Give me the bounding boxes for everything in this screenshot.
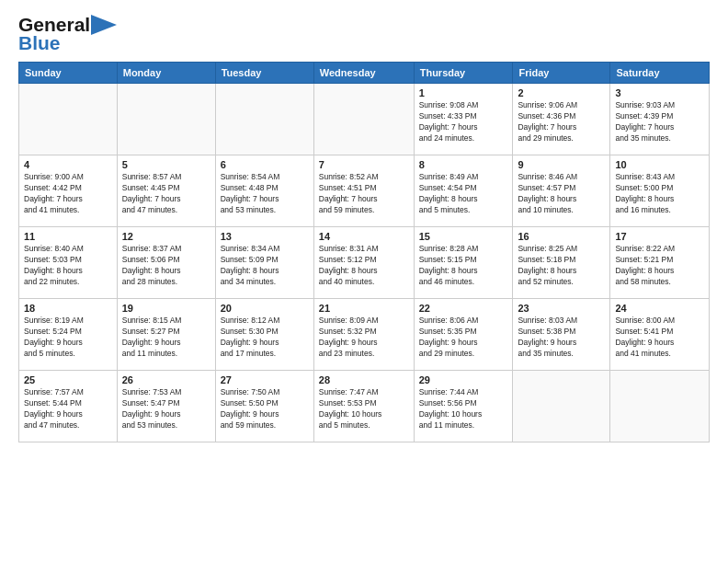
page-header: General Blue bbox=[18, 14, 710, 54]
calendar-cell bbox=[19, 84, 118, 155]
day-number: 19 bbox=[122, 303, 210, 314]
calendar-cell: 12Sunrise: 8:37 AM Sunset: 5:06 PM Dayli… bbox=[117, 227, 215, 299]
calendar-cell bbox=[513, 371, 610, 442]
svg-marker-0 bbox=[91, 15, 117, 35]
day-info: Sunrise: 9:06 AM Sunset: 4:36 PM Dayligh… bbox=[518, 100, 605, 144]
day-number: 16 bbox=[518, 231, 605, 242]
calendar-cell: 24Sunrise: 8:00 AM Sunset: 5:41 PM Dayli… bbox=[610, 299, 710, 371]
day-info: Sunrise: 8:19 AM Sunset: 5:24 PM Dayligh… bbox=[24, 316, 112, 360]
day-info: Sunrise: 8:46 AM Sunset: 4:57 PM Dayligh… bbox=[518, 172, 605, 216]
day-number: 12 bbox=[122, 231, 210, 242]
calendar-week-3: 11Sunrise: 8:40 AM Sunset: 5:03 PM Dayli… bbox=[19, 227, 710, 299]
calendar-week-5: 25Sunrise: 7:57 AM Sunset: 5:44 PM Dayli… bbox=[19, 371, 710, 442]
day-info: Sunrise: 7:47 AM Sunset: 5:53 PM Dayligh… bbox=[319, 387, 409, 431]
day-number: 1 bbox=[419, 87, 508, 98]
calendar-cell: 28Sunrise: 7:47 AM Sunset: 5:53 PM Dayli… bbox=[313, 371, 414, 442]
day-info: Sunrise: 8:49 AM Sunset: 4:54 PM Dayligh… bbox=[419, 172, 508, 216]
day-info: Sunrise: 9:08 AM Sunset: 4:33 PM Dayligh… bbox=[419, 100, 508, 144]
calendar-cell: 26Sunrise: 7:53 AM Sunset: 5:47 PM Dayli… bbox=[117, 371, 215, 442]
day-number: 27 bbox=[221, 374, 309, 385]
calendar-cell: 18Sunrise: 8:19 AM Sunset: 5:24 PM Dayli… bbox=[19, 299, 118, 371]
day-info: Sunrise: 8:34 AM Sunset: 5:09 PM Dayligh… bbox=[221, 244, 309, 288]
day-info: Sunrise: 9:00 AM Sunset: 4:42 PM Dayligh… bbox=[24, 172, 112, 216]
day-info: Sunrise: 8:43 AM Sunset: 5:00 PM Dayligh… bbox=[615, 172, 704, 216]
calendar-cell bbox=[117, 84, 215, 155]
calendar-week-1: 1Sunrise: 9:08 AM Sunset: 4:33 PM Daylig… bbox=[19, 84, 710, 155]
day-number: 3 bbox=[615, 87, 704, 98]
day-number: 24 bbox=[615, 303, 704, 314]
calendar-cell: 7Sunrise: 8:52 AM Sunset: 4:51 PM Daylig… bbox=[313, 155, 414, 227]
day-number: 14 bbox=[319, 231, 409, 242]
calendar-cell: 1Sunrise: 9:08 AM Sunset: 4:33 PM Daylig… bbox=[414, 84, 513, 155]
day-info: Sunrise: 8:54 AM Sunset: 4:48 PM Dayligh… bbox=[221, 172, 309, 216]
col-header-tuesday: Tuesday bbox=[215, 63, 313, 84]
calendar-cell: 6Sunrise: 8:54 AM Sunset: 4:48 PM Daylig… bbox=[215, 155, 313, 227]
calendar-cell: 15Sunrise: 8:28 AM Sunset: 5:15 PM Dayli… bbox=[414, 227, 513, 299]
calendar-cell: 14Sunrise: 8:31 AM Sunset: 5:12 PM Dayli… bbox=[313, 227, 414, 299]
day-number: 7 bbox=[319, 159, 409, 170]
day-number: 2 bbox=[518, 87, 605, 98]
col-header-friday: Friday bbox=[513, 63, 610, 84]
calendar-cell: 8Sunrise: 8:49 AM Sunset: 4:54 PM Daylig… bbox=[414, 155, 513, 227]
day-number: 9 bbox=[518, 159, 605, 170]
day-number: 28 bbox=[319, 374, 409, 385]
day-number: 5 bbox=[122, 159, 210, 170]
calendar-week-4: 18Sunrise: 8:19 AM Sunset: 5:24 PM Dayli… bbox=[19, 299, 710, 371]
calendar-cell bbox=[610, 371, 710, 442]
day-info: Sunrise: 8:03 AM Sunset: 5:38 PM Dayligh… bbox=[518, 316, 605, 360]
day-info: Sunrise: 7:53 AM Sunset: 5:47 PM Dayligh… bbox=[122, 387, 210, 431]
calendar-cell: 4Sunrise: 9:00 AM Sunset: 4:42 PM Daylig… bbox=[19, 155, 118, 227]
calendar-cell: 11Sunrise: 8:40 AM Sunset: 5:03 PM Dayli… bbox=[19, 227, 118, 299]
day-number: 10 bbox=[615, 159, 704, 170]
day-number: 25 bbox=[24, 374, 112, 385]
day-info: Sunrise: 8:22 AM Sunset: 5:21 PM Dayligh… bbox=[615, 244, 704, 288]
day-info: Sunrise: 8:40 AM Sunset: 5:03 PM Dayligh… bbox=[24, 244, 112, 288]
col-header-wednesday: Wednesday bbox=[313, 63, 414, 84]
day-number: 21 bbox=[319, 303, 409, 314]
day-number: 26 bbox=[122, 374, 210, 385]
day-info: Sunrise: 7:57 AM Sunset: 5:44 PM Dayligh… bbox=[24, 387, 112, 431]
calendar-week-2: 4Sunrise: 9:00 AM Sunset: 4:42 PM Daylig… bbox=[19, 155, 710, 227]
day-info: Sunrise: 8:31 AM Sunset: 5:12 PM Dayligh… bbox=[319, 244, 409, 288]
logo-blue: Blue bbox=[18, 32, 61, 54]
calendar-cell: 17Sunrise: 8:22 AM Sunset: 5:21 PM Dayli… bbox=[610, 227, 710, 299]
day-info: Sunrise: 8:00 AM Sunset: 5:41 PM Dayligh… bbox=[615, 316, 704, 360]
day-info: Sunrise: 7:44 AM Sunset: 5:56 PM Dayligh… bbox=[419, 387, 508, 431]
calendar-cell: 20Sunrise: 8:12 AM Sunset: 5:30 PM Dayli… bbox=[215, 299, 313, 371]
day-number: 18 bbox=[24, 303, 112, 314]
col-header-monday: Monday bbox=[117, 63, 215, 84]
calendar-cell: 29Sunrise: 7:44 AM Sunset: 5:56 PM Dayli… bbox=[414, 371, 513, 442]
day-number: 15 bbox=[419, 231, 508, 242]
day-info: Sunrise: 7:50 AM Sunset: 5:50 PM Dayligh… bbox=[221, 387, 309, 431]
day-number: 8 bbox=[419, 159, 508, 170]
calendar-table: SundayMondayTuesdayWednesdayThursdayFrid… bbox=[18, 62, 710, 442]
day-number: 11 bbox=[24, 231, 112, 242]
day-info: Sunrise: 9:03 AM Sunset: 4:39 PM Dayligh… bbox=[615, 100, 704, 144]
day-info: Sunrise: 8:52 AM Sunset: 4:51 PM Dayligh… bbox=[319, 172, 409, 216]
day-info: Sunrise: 8:28 AM Sunset: 5:15 PM Dayligh… bbox=[419, 244, 508, 288]
calendar-cell: 10Sunrise: 8:43 AM Sunset: 5:00 PM Dayli… bbox=[610, 155, 710, 227]
calendar-cell: 23Sunrise: 8:03 AM Sunset: 5:38 PM Dayli… bbox=[513, 299, 610, 371]
day-info: Sunrise: 8:57 AM Sunset: 4:45 PM Dayligh… bbox=[122, 172, 210, 216]
calendar-cell: 16Sunrise: 8:25 AM Sunset: 5:18 PM Dayli… bbox=[513, 227, 610, 299]
day-info: Sunrise: 8:15 AM Sunset: 5:27 PM Dayligh… bbox=[122, 316, 210, 360]
day-info: Sunrise: 8:37 AM Sunset: 5:06 PM Dayligh… bbox=[122, 244, 210, 288]
calendar-cell: 22Sunrise: 8:06 AM Sunset: 5:35 PM Dayli… bbox=[414, 299, 513, 371]
calendar-cell bbox=[313, 84, 414, 155]
logo-arrow-icon bbox=[91, 15, 117, 35]
day-info: Sunrise: 8:06 AM Sunset: 5:35 PM Dayligh… bbox=[419, 316, 508, 360]
logo: General Blue bbox=[18, 14, 117, 54]
day-number: 22 bbox=[419, 303, 508, 314]
calendar-cell: 9Sunrise: 8:46 AM Sunset: 4:57 PM Daylig… bbox=[513, 155, 610, 227]
col-header-saturday: Saturday bbox=[610, 63, 710, 84]
day-number: 13 bbox=[221, 231, 309, 242]
col-header-sunday: Sunday bbox=[19, 63, 118, 84]
calendar-header-row: SundayMondayTuesdayWednesdayThursdayFrid… bbox=[19, 63, 710, 84]
calendar-cell: 25Sunrise: 7:57 AM Sunset: 5:44 PM Dayli… bbox=[19, 371, 118, 442]
day-number: 29 bbox=[419, 374, 508, 385]
day-number: 4 bbox=[24, 159, 112, 170]
calendar-cell: 19Sunrise: 8:15 AM Sunset: 5:27 PM Dayli… bbox=[117, 299, 215, 371]
calendar-cell: 21Sunrise: 8:09 AM Sunset: 5:32 PM Dayli… bbox=[313, 299, 414, 371]
day-number: 6 bbox=[221, 159, 309, 170]
day-number: 17 bbox=[615, 231, 704, 242]
